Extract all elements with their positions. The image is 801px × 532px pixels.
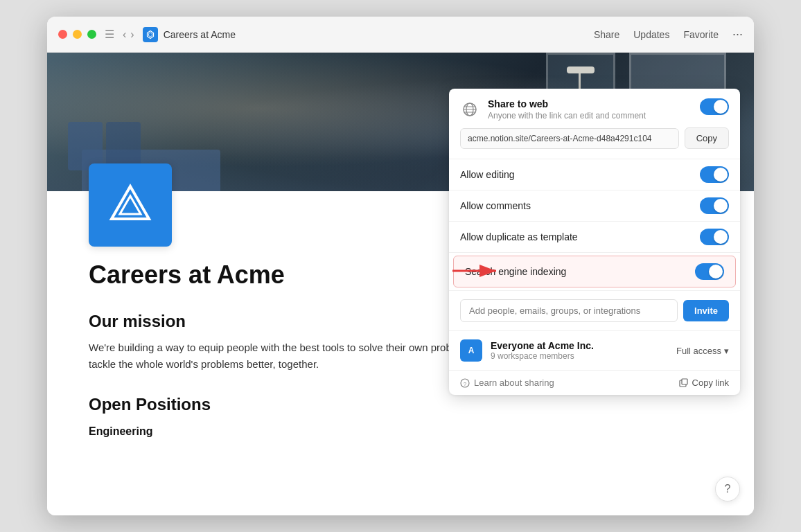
search-engine-indexing-label: Search engine indexing bbox=[465, 266, 566, 277]
people-count: 9 workspace members bbox=[491, 351, 668, 361]
favorite-button[interactable]: Favorite bbox=[683, 29, 719, 40]
allow-editing-toggle[interactable] bbox=[700, 166, 729, 183]
people-access-button[interactable]: Full access ▾ bbox=[676, 346, 729, 356]
page-favicon bbox=[143, 27, 158, 42]
share-to-web-subtitle: Anyone with the link can edit and commen… bbox=[488, 111, 692, 121]
learn-label: Learn about sharing bbox=[474, 378, 554, 388]
share-to-web-toggle[interactable] bbox=[700, 98, 729, 115]
title-bar: ☰ ‹ › Careers at Acme Share Updates Favo… bbox=[47, 17, 754, 53]
allow-duplicate-row: Allow duplicate as template bbox=[449, 222, 740, 253]
svg-text:?: ? bbox=[464, 381, 467, 387]
people-avatar: A bbox=[460, 339, 482, 362]
copy-button[interactable]: Copy bbox=[685, 127, 729, 149]
close-button[interactable] bbox=[58, 30, 67, 39]
updates-button[interactable]: Updates bbox=[633, 29, 669, 40]
maximize-button[interactable] bbox=[87, 30, 96, 39]
copy-link-button[interactable]: Copy link bbox=[678, 378, 729, 388]
engineering-title: Engineering bbox=[89, 425, 712, 438]
dropdown-footer: ? Learn about sharing Copy link bbox=[449, 371, 740, 395]
invite-button[interactable]: Invite bbox=[683, 300, 729, 321]
allow-editing-label: Allow editing bbox=[460, 169, 515, 180]
share-to-web-text: Share to web Anyone with the link can ed… bbox=[488, 98, 692, 121]
forward-arrow[interactable]: › bbox=[130, 28, 134, 41]
svg-rect-7 bbox=[682, 379, 687, 384]
titlebar-actions: Share Updates Favorite ··· bbox=[594, 27, 743, 42]
share-to-web-section: Share to web Anyone with the link can ed… bbox=[449, 89, 740, 159]
invite-section: Invite bbox=[449, 291, 740, 331]
share-button[interactable]: Share bbox=[594, 29, 619, 40]
url-row: Copy bbox=[460, 127, 729, 149]
people-section: A Everyone at Acme Inc. 9 workspace memb… bbox=[449, 331, 740, 371]
allow-comments-toggle[interactable] bbox=[700, 197, 729, 214]
minimize-button[interactable] bbox=[73, 30, 82, 39]
allow-editing-row: Allow editing bbox=[449, 159, 740, 190]
share-to-web-title: Share to web bbox=[488, 98, 692, 109]
copy-link-label: Copy link bbox=[692, 378, 729, 388]
page-title: Careers at Acme bbox=[164, 29, 594, 40]
allow-duplicate-toggle[interactable] bbox=[700, 229, 729, 245]
back-arrow[interactable]: ‹ bbox=[123, 28, 126, 41]
nav-arrows: ‹ › bbox=[123, 28, 134, 41]
search-engine-indexing-toggle[interactable] bbox=[695, 263, 724, 280]
share-dropdown: Share to web Anyone with the link can ed… bbox=[449, 89, 740, 395]
positions-title: Open Positions bbox=[89, 395, 712, 414]
people-info: Everyone at Acme Inc. 9 workspace member… bbox=[491, 340, 668, 361]
search-engine-indexing-row: Search engine indexing bbox=[453, 256, 736, 287]
invite-input[interactable] bbox=[460, 299, 678, 322]
url-input[interactable] bbox=[460, 128, 679, 149]
allow-comments-label: Allow comments bbox=[460, 200, 531, 211]
allow-duplicate-label: Allow duplicate as template bbox=[460, 231, 578, 242]
page-logo bbox=[89, 163, 172, 247]
people-name: Everyone at Acme Inc. bbox=[491, 340, 668, 351]
globe-icon bbox=[460, 100, 479, 119]
allow-comments-row: Allow comments bbox=[449, 190, 740, 222]
hamburger-icon[interactable]: ☰ bbox=[105, 28, 114, 41]
help-button[interactable]: ? bbox=[715, 477, 740, 502]
learn-link[interactable]: ? Learn about sharing bbox=[460, 378, 554, 388]
browser-window: ☰ ‹ › Careers at Acme Share Updates Favo… bbox=[47, 17, 754, 515]
more-button[interactable]: ··· bbox=[732, 27, 743, 42]
main-content: Careers at Acme Our mission We're buildi… bbox=[47, 53, 754, 515]
traffic-lights bbox=[58, 30, 96, 39]
